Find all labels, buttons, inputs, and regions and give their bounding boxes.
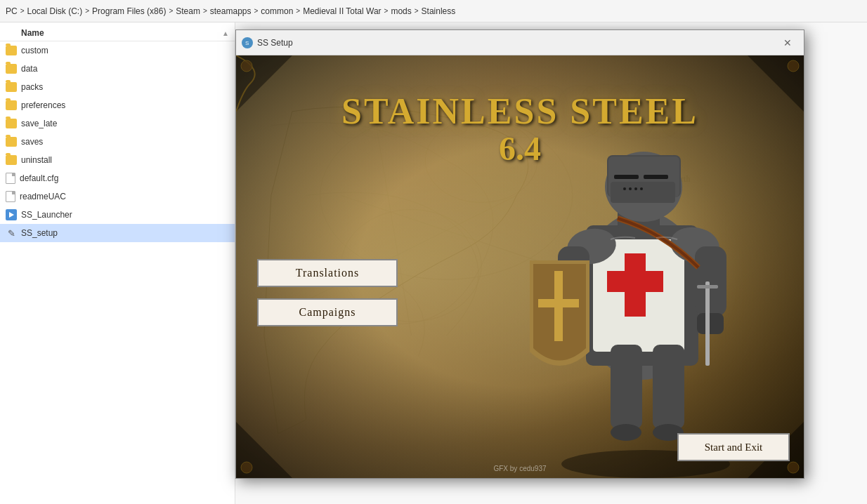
folder-icon xyxy=(6,64,17,74)
document-icon xyxy=(6,191,15,202)
svg-rect-43 xyxy=(697,285,718,289)
svg-point-40 xyxy=(611,424,641,441)
document-icon xyxy=(6,173,15,184)
main-area: S SS Setup ✕ xyxy=(235,22,867,504)
svg-rect-37 xyxy=(697,313,724,334)
gfx-credit: GFX by cedu937 xyxy=(493,465,546,472)
sep4: > xyxy=(203,7,207,15)
list-item[interactable]: ✎ SS_setup xyxy=(0,224,235,242)
breadcrumb-local-disk[interactable]: Local Disk (C:) xyxy=(27,6,83,16)
breadcrumb: PC > Local Disk (C:) > Program Files (x8… xyxy=(0,0,867,22)
list-item[interactable]: packs xyxy=(0,78,235,96)
svg-rect-42 xyxy=(705,281,710,366)
dialog-content: North xyxy=(236,55,804,478)
breadcrumb-stainless[interactable]: Stainless xyxy=(422,6,456,16)
close-button[interactable]: ✕ xyxy=(771,30,804,55)
svg-rect-19 xyxy=(607,271,663,292)
file-name: custom xyxy=(21,46,229,55)
sep1: > xyxy=(20,7,25,15)
list-item[interactable]: data xyxy=(0,60,235,78)
file-name: save_late xyxy=(21,119,229,128)
file-name: SS_Launcher xyxy=(21,210,229,220)
file-name: default.cfg xyxy=(20,173,229,183)
sep8: > xyxy=(415,7,419,15)
folder-icon xyxy=(6,155,17,165)
folder-icon xyxy=(6,46,17,55)
dialog-titlebar: S SS Setup ✕ xyxy=(236,30,804,55)
setup-icon: ✎ xyxy=(6,227,17,239)
svg-rect-26 xyxy=(614,175,639,179)
svg-text:S: S xyxy=(245,40,249,46)
file-name: uninstall xyxy=(21,155,229,165)
svg-point-12 xyxy=(241,462,252,473)
exe-icon xyxy=(6,209,17,220)
dialog-title: SS Setup xyxy=(257,38,767,48)
sep7: > xyxy=(384,7,389,15)
breadcrumb-mods[interactable]: mods xyxy=(391,6,411,16)
translations-button[interactable]: Translations xyxy=(257,259,398,287)
dialog-icon: S xyxy=(242,37,253,48)
ss-setup-dialog: S SS Setup ✕ xyxy=(235,29,804,479)
list-item[interactable]: save_late xyxy=(0,114,235,133)
menu-buttons: Translations Campaigns xyxy=(257,259,398,326)
list-item[interactable]: preferences xyxy=(0,96,235,114)
file-name: data xyxy=(21,64,229,74)
list-item[interactable]: SS_Launcher xyxy=(0,206,235,224)
folder-icon xyxy=(6,119,17,128)
file-list-header: Name ▲ xyxy=(0,25,235,41)
file-list: Name ▲ custom data packs preferences xyxy=(0,22,235,504)
svg-point-11 xyxy=(788,60,799,72)
svg-rect-35 xyxy=(538,299,579,307)
svg-marker-0 xyxy=(9,212,14,218)
svg-point-32 xyxy=(640,187,643,190)
breadcrumb-common[interactable]: common xyxy=(261,6,293,16)
svg-rect-27 xyxy=(644,175,668,179)
breadcrumb-steam[interactable]: Steam xyxy=(176,6,200,16)
file-name: readmeUAC xyxy=(20,192,229,201)
svg-point-29 xyxy=(623,187,626,190)
breadcrumb-steamapps[interactable]: steamapps xyxy=(210,6,252,16)
sep6: > xyxy=(296,7,300,15)
collapse-icon[interactable]: ▲ xyxy=(222,29,229,37)
folder-icon xyxy=(6,137,17,147)
svg-rect-28 xyxy=(611,182,675,203)
svg-rect-38 xyxy=(611,345,642,429)
sep2: > xyxy=(85,7,89,15)
folder-icon xyxy=(6,82,17,92)
explorer-content: Name ▲ custom data packs preferences xyxy=(0,22,867,504)
svg-point-10 xyxy=(241,60,252,72)
file-name: preferences xyxy=(21,100,229,110)
svg-point-31 xyxy=(634,187,637,190)
list-item[interactable]: saves xyxy=(0,133,235,151)
file-name: packs xyxy=(21,82,229,92)
svg-rect-39 xyxy=(653,345,684,429)
list-item[interactable]: uninstall xyxy=(0,151,235,169)
breadcrumb-medieval[interactable]: Medieval II Total War xyxy=(303,6,381,16)
list-item[interactable]: readmeUAC xyxy=(0,187,235,206)
campaigns-button[interactable]: Campaigns xyxy=(257,298,398,326)
corner-ornament-bl xyxy=(236,422,292,478)
file-name: SS_setup xyxy=(21,228,229,238)
name-column-header: Name xyxy=(21,28,44,38)
list-item[interactable]: custom xyxy=(0,41,235,60)
sep5: > xyxy=(254,7,258,15)
svg-rect-36 xyxy=(695,246,726,317)
breadcrumb-pc[interactable]: PC xyxy=(6,6,18,16)
breadcrumb-program-files[interactable]: Program Files (x86) xyxy=(92,6,166,16)
start-and-exit-button[interactable]: Start and Exit xyxy=(677,433,790,461)
sep3: > xyxy=(169,7,173,15)
list-item[interactable]: default.cfg xyxy=(0,169,235,187)
explorer-window: PC > Local Disk (C:) > Program Files (x8… xyxy=(0,0,867,504)
file-name: saves xyxy=(21,137,229,147)
knight-figure xyxy=(488,71,804,478)
svg-point-30 xyxy=(629,187,632,190)
folder-icon xyxy=(6,100,17,110)
